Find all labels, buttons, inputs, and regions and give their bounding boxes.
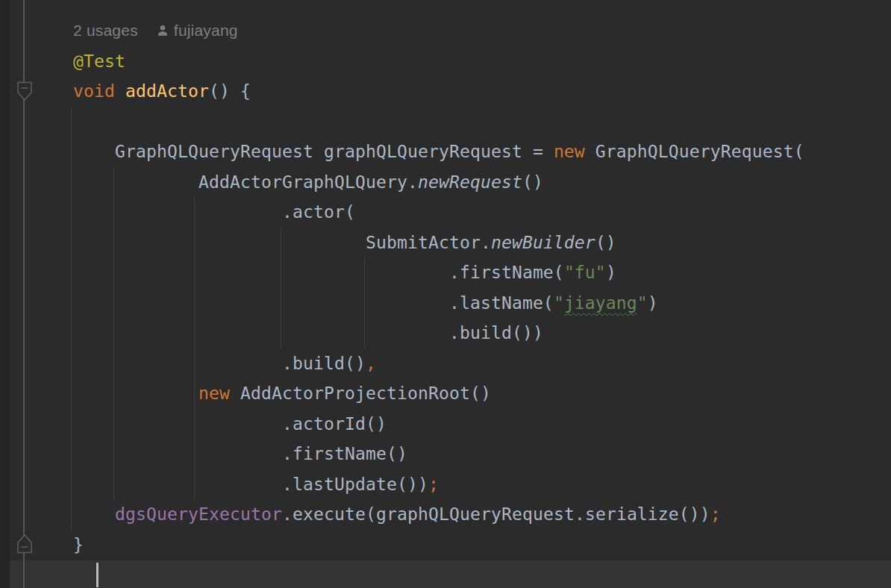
static-method-call: newRequest <box>418 172 522 192</box>
code-line[interactable]: AddActorGraphQLQuery.newRequest() <box>73 167 891 198</box>
string-literal: "fu" <box>564 263 606 282</box>
code-line[interactable]: .actorId() <box>73 409 891 440</box>
semicolon: ; <box>710 504 721 524</box>
ide-editor: 2 usages fujiayang @Test void addActor()… <box>0 0 891 588</box>
comma: , <box>366 354 376 373</box>
annotation-test: @Test <box>73 51 125 71</box>
semicolon: ; <box>428 475 439 494</box>
keyword-void: void <box>73 81 115 101</box>
user-icon <box>156 24 169 37</box>
method-name: addActor <box>125 81 209 101</box>
field-reference: dgsQueryExecutor <box>115 504 282 524</box>
code-line[interactable]: void addActor() { <box>73 76 891 107</box>
close-brace: } <box>73 535 84 554</box>
code-editor-area[interactable]: 2 usages fujiayang @Test void addActor()… <box>73 16 891 588</box>
code-line-empty-caret[interactable] <box>73 560 891 588</box>
indent-guide <box>71 107 72 530</box>
code-line-empty[interactable] <box>73 107 891 137</box>
code-line[interactable]: .lastUpdate()); <box>73 469 891 500</box>
open-brace: { <box>240 81 251 101</box>
usages-hint[interactable]: 2 usages <box>73 16 138 46</box>
code-line[interactable]: } <box>73 530 891 560</box>
static-method-call: newBuilder <box>491 233 595 252</box>
code-line[interactable]: SubmitActor.newBuilder() <box>73 228 891 258</box>
keyword-new: new <box>198 384 230 403</box>
author-hint[interactable]: fujiayang <box>174 16 238 46</box>
code-line[interactable]: GraphQLQueryRequest graphQLQueryRequest … <box>73 137 891 167</box>
string-literal-typo: jiayang <box>564 293 637 313</box>
fold-collapse-end-icon[interactable] <box>16 533 34 554</box>
code-line[interactable]: @Test <box>73 46 891 77</box>
code-line-inlay-hints: 2 usages fujiayang <box>73 16 891 46</box>
fold-collapse-start-icon[interactable] <box>16 81 34 102</box>
code-line[interactable]: new AddActorProjectionRoot() <box>73 378 891 409</box>
code-line[interactable]: dgsQueryExecutor.execute(graphQLQueryReq… <box>73 499 891 530</box>
code-line[interactable]: .build()) <box>73 318 891 348</box>
text-caret <box>96 563 99 587</box>
code-line[interactable]: .firstName() <box>73 439 891 469</box>
keyword-new: new <box>554 142 585 161</box>
editor-left-edge <box>0 0 10 588</box>
code-line[interactable]: .firstName("fu") <box>73 257 891 288</box>
code-line[interactable]: .actor( <box>73 197 891 228</box>
code-line[interactable]: .build(), <box>73 348 891 379</box>
code-line[interactable]: .lastName("jiayang") <box>73 288 891 319</box>
